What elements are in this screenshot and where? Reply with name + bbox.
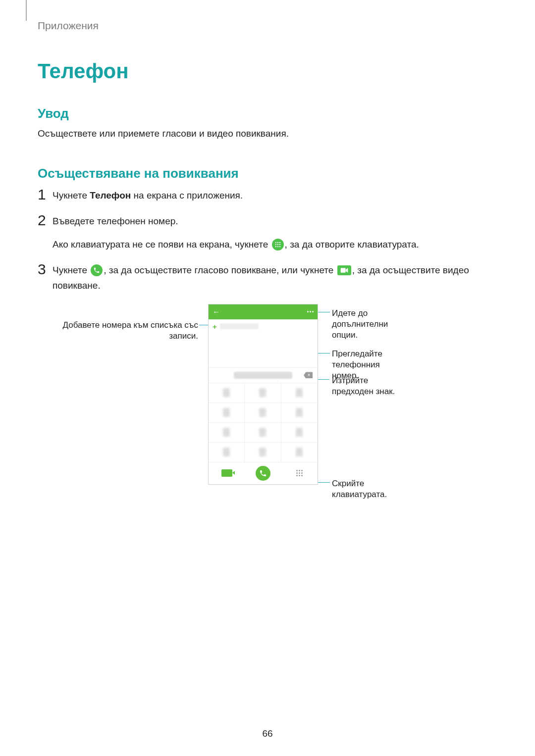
margin-rule — [26, 0, 27, 21]
call-icon — [91, 264, 103, 276]
keypad-key[interactable] — [245, 383, 281, 403]
phone-topbar: ← — [209, 304, 318, 319]
svg-point-5 — [279, 244, 280, 245]
step-2: 2 Въведете телефонен номер. Ако клавиату… — [38, 214, 497, 252]
keypad-icon — [272, 239, 284, 251]
text: Чукнете — [53, 265, 90, 275]
backspace-icon[interactable] — [304, 372, 313, 378]
svg-point-4 — [277, 244, 278, 245]
annotation-delete-char: Изтрийте предходен знак. — [332, 375, 401, 397]
page-title: Телефон — [38, 59, 497, 83]
svg-marker-10 — [346, 268, 348, 272]
step-body: Чукнете Телефон на екрана с приложения. — [53, 188, 243, 203]
svg-point-8 — [279, 246, 280, 247]
hide-keypad-button[interactable] — [281, 470, 318, 476]
text: на екрана с приложения. — [131, 190, 243, 201]
intro-text: Осъществете или приемете гласови и видео… — [38, 128, 497, 139]
svg-rect-9 — [340, 268, 345, 272]
phone-frame: ← + — [208, 304, 318, 485]
section-heading-intro: Увод — [38, 106, 497, 121]
blurred-number — [234, 372, 292, 379]
annotation-line — [316, 312, 330, 312]
page-content: Приложения Телефон Увод Осъществете или … — [0, 0, 535, 507]
step-3: 3 Чукнете , за да осъществите гласово по… — [38, 263, 497, 293]
number-display-row — [209, 367, 318, 383]
keypad-key[interactable] — [281, 423, 318, 443]
svg-point-1 — [277, 242, 278, 243]
step-number: 3 — [38, 262, 53, 277]
step-body: Въведете телефонен номер. Ако клавиатура… — [53, 214, 419, 252]
keypad-key[interactable] — [209, 383, 245, 403]
svg-point-2 — [279, 242, 280, 243]
breadcrumb: Приложения — [38, 20, 497, 32]
phone-bottom-row — [209, 462, 318, 484]
svg-point-3 — [275, 244, 276, 245]
svg-point-7 — [277, 246, 278, 247]
phone-screenshot: Добавете номера към списъка със записи. … — [134, 304, 401, 507]
step-number: 1 — [38, 187, 53, 202]
text: Въведете телефонен номер. — [53, 214, 419, 229]
keypad-key[interactable] — [245, 403, 281, 423]
call-button[interactable] — [245, 466, 281, 481]
back-icon[interactable]: ← — [213, 307, 220, 316]
keypad-key[interactable] — [281, 403, 318, 423]
phone-spacer — [209, 334, 318, 367]
step-1: 1 Чукнете Телефон на екрана с приложения… — [38, 188, 497, 203]
annotation-more-options: Идете до допълнителни опции. — [332, 308, 401, 341]
more-options-icon[interactable] — [307, 311, 314, 312]
text-line: Ако клавиатурата не се появи на екрана, … — [53, 237, 419, 252]
svg-point-0 — [275, 242, 276, 243]
annotation-hide-keypad: Скрийте клавиатурата. — [332, 478, 401, 500]
keypad-key[interactable] — [245, 423, 281, 443]
keypad-key[interactable] — [281, 443, 318, 462]
page-number: 66 — [0, 728, 535, 739]
svg-point-6 — [275, 246, 276, 247]
add-to-contacts-row[interactable]: + — [209, 319, 318, 334]
text-bold: Телефон — [90, 190, 131, 201]
text: Чукнете — [53, 190, 90, 201]
keypad-key[interactable] — [209, 403, 245, 423]
annotation-add-contact: Добавете номера към списъка със записи. — [45, 320, 198, 342]
keypad-key[interactable] — [209, 423, 245, 443]
video-call-button[interactable] — [209, 469, 245, 477]
plus-icon: + — [213, 322, 217, 331]
keypad-key[interactable] — [209, 443, 245, 462]
step-body: Чукнете , за да осъществите гласово пови… — [53, 263, 497, 293]
keypad-key[interactable] — [281, 383, 318, 403]
text: , за да осъществите гласово повикване, и… — [104, 265, 336, 275]
keypad — [209, 383, 318, 462]
text: Ако клавиатурата не се появи на екрана, … — [53, 239, 271, 250]
text: , за да отворите клавиатурата. — [285, 239, 419, 250]
keypad-key[interactable] — [245, 443, 281, 462]
blurred-text — [220, 323, 259, 329]
step-number: 2 — [38, 213, 53, 228]
section-heading-calls: Осъществяване на повиквания — [38, 166, 497, 181]
video-call-icon — [337, 265, 351, 275]
